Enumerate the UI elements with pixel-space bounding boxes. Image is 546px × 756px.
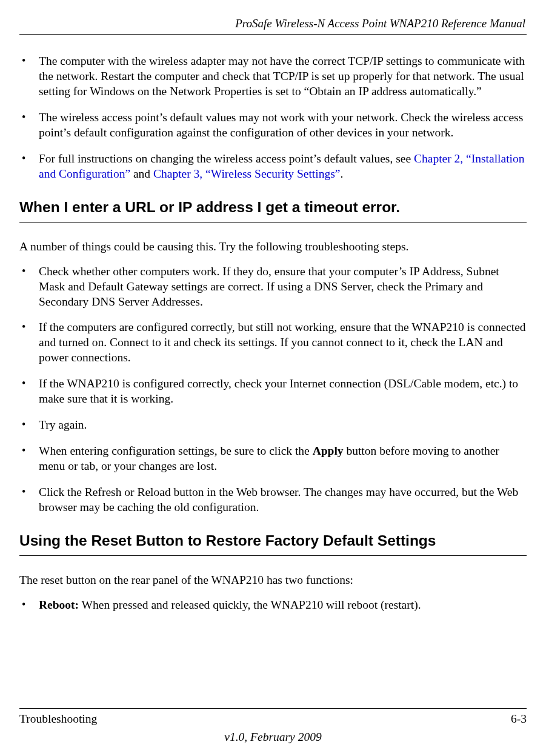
page-footer: Troubleshooting 6-3 v1.0, February 2009 [19,708,527,744]
list-item: When entering configuration settings, be… [19,444,527,474]
section-heading-reset: Using the Reset Button to Restore Factor… [19,532,527,549]
section-rule [19,222,527,222]
footer-page-number: 6-3 [511,712,527,726]
section2-intro: The reset button on the rear panel of th… [19,573,527,588]
footer-section-name: Troubleshooting [19,712,97,726]
apply-label: Apply [313,444,344,457]
footer-version: v1.0, February 2009 [19,731,527,744]
list-item: If the WNAP210 is configured correctly, … [19,376,527,407]
list-item-text: For full instructions on changing the wi… [39,152,414,165]
list-item-text: and [130,167,153,180]
list-item: The computer with the wireless adapter m… [19,54,527,99]
footer-rule [19,708,527,709]
list-item-text: . [340,167,343,180]
section-rule [19,555,527,556]
list-item-text: When entering configuration settings, be… [39,444,313,457]
list-item: If the computers are configured correctl… [19,320,527,366]
list-item: Check whether other computers work. If t… [19,264,527,310]
chapter-3-link[interactable]: Chapter 3, “Wireless Security Settings” [153,167,340,180]
list-item-text: When pressed and released quickly, the W… [79,598,421,611]
list-item: Click the Refresh or Reload button in th… [19,485,527,515]
list-item: For full instructions on changing the wi… [19,152,527,182]
section1-bullet-list: Check whether other computers work. If t… [19,264,527,515]
header-rule [19,34,527,35]
list-item: The wireless access point’s default valu… [19,110,527,141]
top-bullet-list: The computer with the wireless adapter m… [19,54,527,182]
reboot-label: Reboot: [39,598,79,611]
list-item: Try again. [19,418,527,433]
section-intro: A number of things could be causing this… [19,239,527,255]
section2-bullet-list: Reboot: When pressed and released quickl… [19,598,527,613]
section-heading-timeout: When I enter a URL or IP address I get a… [19,199,527,216]
page-header-title: ProSafe Wireless-N Access Point WNAP210 … [19,17,527,30]
list-item: Reboot: When pressed and released quickl… [19,598,527,613]
